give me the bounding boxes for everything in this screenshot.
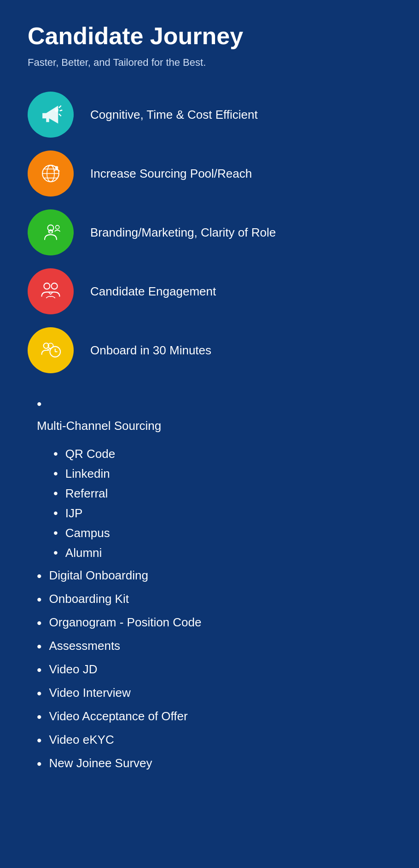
bullet-text-digital-onboarding: Digital Onboarding bbox=[49, 568, 148, 583]
feature-item-branding: Branding/Marketing, Clarity of Role bbox=[28, 209, 391, 255]
bullet-text-onboarding-kit: Onboarding Kit bbox=[49, 592, 129, 606]
feature-icon-onboard bbox=[28, 327, 74, 373]
feature-item-sourcing: Increase Sourcing Pool/Reach bbox=[28, 150, 391, 197]
feature-label-branding: Branding/Marketing, Clarity of Role bbox=[90, 226, 276, 240]
svg-point-11 bbox=[56, 226, 59, 229]
handshake-icon bbox=[39, 279, 63, 303]
bullet-text-new-joinee: New Joinee Survey bbox=[49, 756, 152, 770]
feature-list: Cognitive, Time & Cost Efficient Increas… bbox=[28, 92, 391, 373]
sub-bullet-campus: Campus bbox=[53, 526, 115, 540]
feature-icon-branding bbox=[28, 209, 74, 255]
gear-people-icon bbox=[39, 220, 63, 244]
svg-line-2 bbox=[60, 110, 63, 111]
feature-label-sourcing: Increase Sourcing Pool/Reach bbox=[90, 167, 252, 181]
sub-bullet-qr: QR Code bbox=[53, 447, 115, 461]
sub-bullet-list-multi-channel: QR Code Linkedin Referral IJP Campus Alu… bbox=[37, 447, 115, 560]
page-title: Candidate Journey bbox=[28, 23, 391, 49]
svg-line-1 bbox=[59, 106, 61, 108]
megaphone-icon bbox=[39, 103, 63, 127]
bullet-item-multi-channel: Multi-Channel Sourcing QR Code Linkedin … bbox=[37, 396, 391, 560]
people-clock-icon bbox=[39, 338, 63, 362]
bullet-item-organogram: Organogram - Position Code bbox=[37, 615, 391, 631]
bullet-text-video-interview: Video Interview bbox=[49, 686, 131, 700]
svg-line-3 bbox=[59, 114, 61, 116]
svg-point-9 bbox=[55, 166, 58, 169]
bullet-section: Multi-Channel Sourcing QR Code Linkedin … bbox=[28, 396, 391, 771]
feature-label-onboard: Onboard in 30 Minutes bbox=[90, 343, 211, 358]
bullet-item-video-jd: Video JD bbox=[37, 662, 391, 677]
bullet-item-video-interview: Video Interview bbox=[37, 686, 391, 701]
feature-label-cognitive: Cognitive, Time & Cost Efficient bbox=[90, 108, 258, 122]
sub-bullet-linkedin: Linkedin bbox=[53, 467, 115, 481]
bullet-item-assessments: Assessments bbox=[37, 639, 391, 654]
svg-point-0 bbox=[55, 108, 58, 112]
feature-label-engagement: Candidate Engagement bbox=[90, 284, 216, 299]
feature-icon-sourcing bbox=[28, 150, 74, 197]
bullet-item-onboarding-kit: Onboarding Kit bbox=[37, 592, 391, 607]
bullet-text-organogram: Organogram - Position Code bbox=[49, 615, 202, 630]
bullet-text-video-acceptance: Video Acceptance of Offer bbox=[49, 709, 188, 723]
bullet-text-assessments: Assessments bbox=[49, 639, 121, 653]
bullet-item-new-joinee: New Joinee Survey bbox=[37, 756, 391, 771]
feature-item-cognitive: Cognitive, Time & Cost Efficient bbox=[28, 92, 391, 138]
bullet-item-digital-onboarding: Digital Onboarding bbox=[37, 568, 391, 584]
bullet-text-multi-channel: Multi-Channel Sourcing bbox=[37, 419, 161, 433]
feature-icon-engagement bbox=[28, 268, 74, 314]
svg-point-13 bbox=[44, 283, 50, 289]
bullet-item-video-acceptance: Video Acceptance of Offer bbox=[37, 709, 391, 724]
sub-bullet-alumni: Alumni bbox=[53, 546, 115, 560]
svg-point-14 bbox=[52, 283, 58, 289]
feature-item-onboard: Onboard in 30 Minutes bbox=[28, 327, 391, 373]
feature-icon-cognitive bbox=[28, 92, 74, 138]
bullet-item-video-ekyc: Video eKYC bbox=[37, 733, 391, 748]
main-bullet-list: Multi-Channel Sourcing QR Code Linkedin … bbox=[37, 396, 391, 771]
page-subtitle: Faster, Better, and Tailored for the Bes… bbox=[28, 57, 391, 69]
bullet-text-video-jd: Video JD bbox=[49, 662, 98, 677]
people-globe-icon bbox=[39, 162, 63, 185]
feature-item-engagement: Candidate Engagement bbox=[28, 268, 391, 314]
sub-bullet-referral: Referral bbox=[53, 486, 115, 501]
bullet-text-video-ekyc: Video eKYC bbox=[49, 733, 114, 747]
sub-bullet-ijp: IJP bbox=[53, 506, 115, 521]
